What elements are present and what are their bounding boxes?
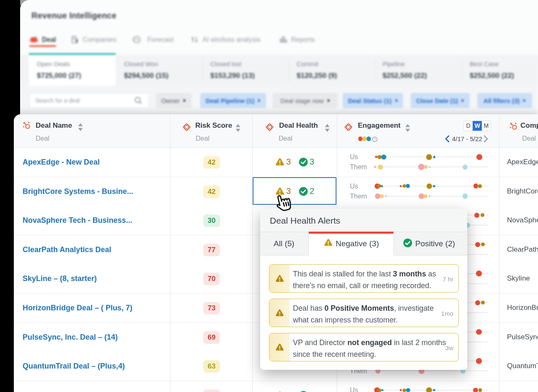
- svg-text:?: ?: [374, 137, 376, 141]
